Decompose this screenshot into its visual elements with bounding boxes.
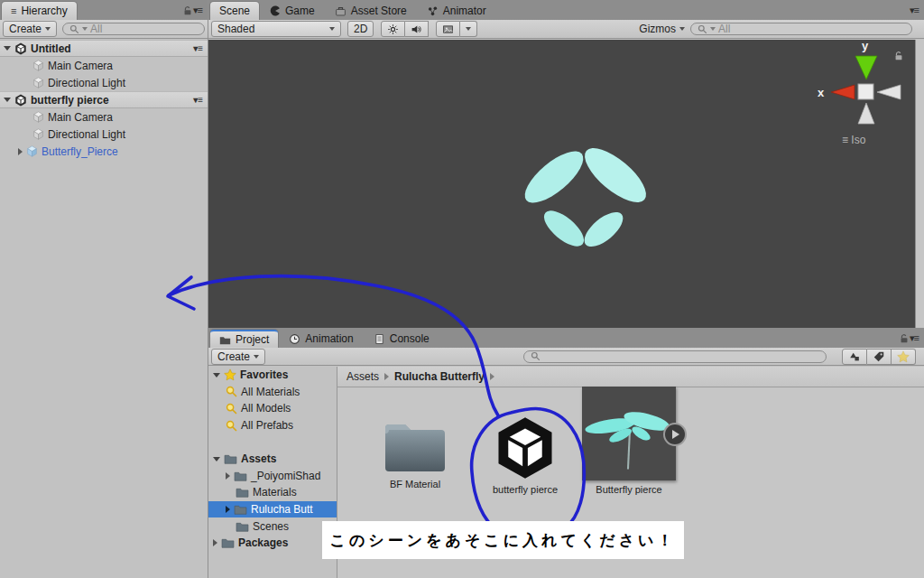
asset-bf-material[interactable]: BF Material — [365, 414, 466, 489]
tree-label: Assets — [241, 452, 276, 465]
lock-icon[interactable] — [182, 5, 193, 20]
tree-packages[interactable]: Packages — [208, 535, 337, 552]
tab-asset-store-label: Asset Store — [351, 5, 407, 17]
console-icon — [374, 333, 385, 345]
tab-hierarchy[interactable]: ≡ Hierarchy — [2, 2, 77, 20]
preview-rotate-button[interactable] — [663, 423, 687, 446]
foldout-closed-icon[interactable] — [226, 472, 230, 480]
tab-game[interactable]: Game — [261, 2, 324, 20]
tree-poiyomishaders[interactable]: _PoiyomiShad — [208, 468, 337, 485]
tab-animation[interactable]: Animation — [280, 330, 362, 348]
shading-mode-label: Shaded — [217, 23, 254, 35]
gizmo-projection-toggle[interactable]: ≡ Iso — [842, 134, 865, 146]
2d-toggle-button[interactable]: 2D — [347, 21, 374, 37]
scene-search-input[interactable]: All — [690, 23, 912, 35]
shading-mode-dropdown[interactable]: Shaded — [211, 21, 341, 37]
foldout-closed-icon[interactable] — [226, 506, 230, 513]
hierarchy-icon: ≡ — [11, 5, 16, 16]
project-create-button[interactable]: Create — [211, 349, 265, 365]
tab-asset-store[interactable]: Asset Store — [326, 2, 416, 20]
chevron-down-icon — [254, 355, 259, 359]
unity-scene-icon — [14, 94, 27, 107]
tag-icon — [873, 350, 885, 363]
breadcrumb-separator-icon — [384, 373, 389, 380]
tree-all-models[interactable]: All Models — [208, 400, 337, 417]
scene-audio-toggle[interactable] — [405, 21, 429, 37]
hierarchy-search-placeholder: All — [90, 23, 102, 35]
breadcrumb-root[interactable]: Assets — [346, 370, 379, 383]
window-edge-strip — [915, 40, 924, 328]
asset-butterfly-pierce-model[interactable]: Butterfly pierce — [575, 387, 683, 495]
hierarchy-item-main-camera[interactable]: Main Camera — [0, 57, 208, 74]
tab-hierarchy-label: Hierarchy — [21, 5, 67, 17]
hierarchy-item-directional-light-2[interactable]: Directional Light — [0, 126, 208, 143]
gizmos-dropdown[interactable]: Gizmos — [633, 22, 690, 36]
hierarchy-item-directional-light[interactable]: Directional Light — [0, 74, 208, 91]
tree-rulucha-butterfly-selected[interactable]: Rulucha Butt — [208, 501, 337, 518]
project-tabbar: Project Animation Console ▾≡ — [208, 328, 924, 349]
tab-console[interactable]: Console — [365, 330, 439, 348]
scene-effects-toggle[interactable] — [436, 21, 460, 37]
panel-menu-icon[interactable]: ▾≡ — [910, 332, 924, 348]
tree-label: All Prefabs — [241, 419, 293, 432]
scene-row-butterfly-pierce[interactable]: butterfly pierce ▾≡ — [0, 91, 208, 108]
lock-icon[interactable] — [899, 333, 910, 348]
play-icon — [672, 430, 679, 439]
tab-scene[interactable]: Scene — [210, 2, 259, 20]
panel-menu-icon[interactable]: ▾≡ — [193, 5, 208, 20]
tree-favorites[interactable]: Favorites — [208, 367, 337, 384]
scene-row-untitled[interactable]: Untitled ▾≡ — [0, 40, 208, 57]
tree-label: Favorites — [240, 368, 288, 381]
iso-label: Iso — [851, 134, 865, 146]
asset-label: Butterfly pierce — [575, 484, 683, 495]
gizmos-label: Gizmos — [639, 23, 676, 35]
search-by-type-button[interactable] — [842, 349, 867, 365]
folder-icon — [236, 487, 249, 498]
chevron-down-icon — [679, 27, 685, 31]
hierarchy-search-input[interactable]: All — [62, 23, 205, 35]
scene-viewport[interactable]: y x ≡ Iso — [208, 40, 915, 328]
create-button-label: Create — [217, 350, 250, 363]
scene-effects-dropdown[interactable] — [460, 21, 477, 37]
foldout-open-icon[interactable] — [213, 373, 220, 378]
create-button[interactable]: Create — [3, 21, 57, 37]
gizmo-y-axis-cone — [855, 56, 877, 79]
folder-icon — [234, 471, 247, 481]
tab-animator-label: Animator — [443, 5, 486, 17]
tab-project[interactable]: Project — [210, 330, 278, 348]
game-icon — [270, 5, 281, 16]
tab-animation-label: Animation — [305, 332, 353, 345]
item-label: Main Camera — [48, 111, 113, 124]
foldout-closed-icon[interactable] — [18, 148, 23, 155]
foldout-open-icon[interactable] — [4, 46, 11, 51]
foldout-open-icon[interactable] — [4, 98, 11, 102]
project-tree: Favorites All Materials All Models All P… — [208, 367, 337, 578]
tree-scenes[interactable]: Scenes — [208, 517, 337, 535]
foldout-open-icon[interactable] — [213, 457, 220, 461]
hierarchy-item-main-camera-2[interactable]: Main Camera — [0, 108, 208, 126]
asset-butterfly-pierce-scene[interactable]: butterfly pierce — [475, 414, 576, 495]
unity-scene-icon — [14, 42, 27, 55]
2d-toggle-label: 2D — [354, 23, 367, 35]
breadcrumb-current[interactable]: Rulucha Butterfly — [394, 370, 485, 383]
tree-all-materials[interactable]: All Materials — [208, 384, 337, 401]
tree-materials[interactable]: Materials — [208, 484, 337, 501]
scene-name: Untitled — [31, 42, 71, 55]
scene-orientation-gizmo[interactable]: y x — [812, 36, 920, 135]
gizmo-x-label: x — [818, 86, 825, 99]
tree-all-prefabs[interactable]: All Prefabs — [208, 417, 337, 434]
scene-menu-icon[interactable]: ▾≡ — [193, 95, 208, 105]
tree-label: Materials — [253, 486, 297, 499]
foldout-closed-icon[interactable] — [213, 539, 217, 546]
save-search-button[interactable] — [892, 349, 916, 365]
search-by-label-button[interactable] — [867, 349, 892, 365]
tab-animator[interactable]: Animator — [418, 2, 495, 20]
hierarchy-item-butterfly-pierce-prefab[interactable]: Butterfly_Pierce — [0, 143, 208, 160]
tree-assets[interactable]: Assets — [208, 451, 337, 468]
butterfly-model[interactable] — [514, 135, 659, 253]
scene-menu-icon[interactable]: ▾≡ — [193, 43, 208, 53]
cube-icon — [32, 128, 44, 140]
panel-menu-icon[interactable]: ▾≡ — [910, 5, 924, 20]
scene-lighting-toggle[interactable] — [381, 21, 405, 37]
project-search-input[interactable] — [523, 350, 827, 363]
